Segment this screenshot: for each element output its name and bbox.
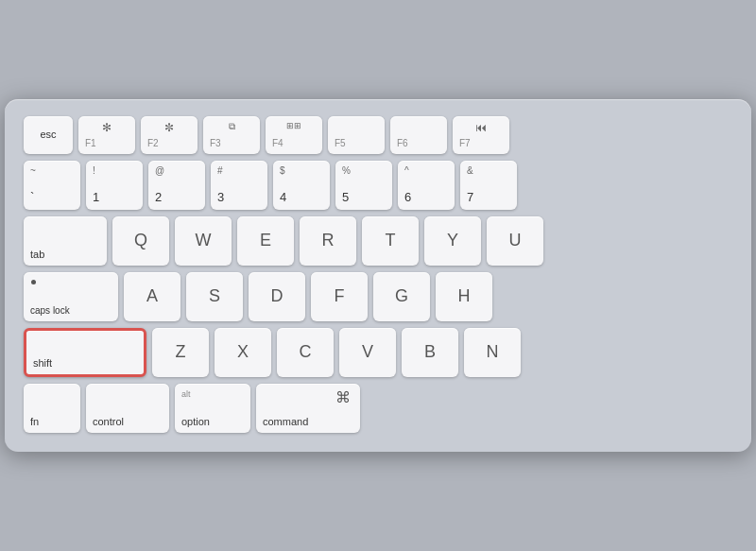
x-label: X: [237, 342, 249, 363]
key-e[interactable]: E: [237, 216, 294, 266]
4-main: 4: [280, 190, 286, 205]
f-label: F: [335, 286, 345, 307]
key-control[interactable]: control: [86, 384, 169, 433]
7-top: &: [467, 165, 473, 177]
key-3[interactable]: # 3: [211, 161, 267, 210]
a-label: A: [146, 286, 158, 307]
tab-label: tab: [30, 249, 44, 261]
6-top: ^: [404, 165, 409, 177]
t-label: T: [386, 231, 396, 251]
key-b[interactable]: B: [402, 328, 458, 377]
key-f4[interactable]: ⊞⊞ F4: [266, 116, 322, 154]
u-label: U: [509, 231, 522, 251]
key-esc[interactable]: esc: [24, 116, 73, 154]
key-f[interactable]: F: [311, 272, 368, 321]
key-f3[interactable]: ⧉ F3: [203, 116, 260, 154]
key-x[interactable]: X: [215, 328, 271, 377]
key-w[interactable]: W: [175, 216, 232, 266]
w-label: W: [196, 231, 212, 251]
f3-icon: ⧉: [229, 121, 235, 132]
f7-label: F7: [459, 138, 471, 149]
key-c[interactable]: C: [277, 328, 334, 377]
7-main: 7: [467, 190, 473, 205]
tilde-top: ~: [30, 165, 36, 177]
e-label: E: [260, 231, 271, 251]
f7-icon: ⏮: [475, 121, 487, 134]
f2-icon: ✼: [164, 121, 174, 134]
key-u[interactable]: U: [487, 216, 543, 266]
key-6[interactable]: ^ 6: [398, 161, 455, 210]
key-2[interactable]: @ 2: [148, 161, 205, 210]
command-label: command: [263, 416, 308, 428]
tilde-main: `: [30, 190, 34, 205]
alt-label: alt: [181, 389, 191, 400]
h-label: H: [458, 286, 471, 307]
key-5[interactable]: % 5: [335, 161, 392, 210]
key-1[interactable]: ! 1: [86, 161, 143, 210]
s-label: S: [209, 286, 220, 307]
bottom-row: fn control alt option ⌘ command: [24, 384, 732, 433]
key-q[interactable]: Q: [112, 216, 169, 266]
f2-label: F2: [147, 138, 159, 149]
control-label: control: [93, 416, 124, 428]
caps-label: caps lock: [30, 305, 70, 317]
key-t[interactable]: T: [362, 216, 419, 266]
key-option[interactable]: alt option: [175, 384, 250, 433]
z-label: Z: [176, 342, 186, 363]
3-main: 3: [217, 190, 224, 205]
key-f7[interactable]: ⏮ F7: [453, 116, 509, 154]
n-label: N: [487, 342, 499, 363]
r-label: R: [322, 231, 335, 251]
2-top: @: [155, 165, 164, 177]
key-d[interactable]: D: [249, 272, 305, 321]
f1-icon: ✻: [102, 121, 112, 134]
y-label: Y: [447, 231, 458, 251]
f4-label: F4: [272, 138, 284, 149]
key-4[interactable]: $ 4: [273, 161, 330, 210]
esc-label: esc: [40, 129, 56, 141]
1-top: !: [93, 165, 95, 177]
b-label: B: [424, 342, 436, 363]
key-7[interactable]: & 7: [460, 161, 517, 210]
zxcv-row: shift Z X C V B N: [24, 328, 732, 377]
2-main: 2: [155, 190, 162, 205]
qwerty-row: tab Q W E R T Y U: [24, 216, 732, 266]
key-g[interactable]: G: [373, 272, 430, 321]
key-f5[interactable]: F5: [328, 116, 385, 154]
key-z[interactable]: Z: [152, 328, 209, 377]
key-s[interactable]: S: [186, 272, 243, 321]
caps-lock-indicator: [31, 280, 36, 284]
1-main: 1: [93, 190, 99, 205]
key-h[interactable]: H: [436, 272, 492, 321]
key-f6[interactable]: F6: [390, 116, 447, 154]
4-top: $: [280, 165, 285, 177]
fn-row: esc ✻ F1 ✼ F2 ⧉ F3 ⊞⊞ F4 F5 F6 ⏮ F7: [24, 116, 732, 154]
key-n[interactable]: N: [464, 328, 521, 377]
f4-icon: ⊞⊞: [286, 121, 301, 131]
command-symbol: ⌘: [335, 388, 351, 406]
6-main: 6: [404, 190, 411, 205]
q-label: Q: [134, 231, 147, 251]
key-tab[interactable]: tab: [24, 216, 107, 266]
key-f2[interactable]: ✼ F2: [141, 116, 198, 154]
number-row: ~ ` ! 1 @ 2 # 3 $ 4 % 5 ^ 6 & 7: [24, 161, 732, 210]
key-caps-lock[interactable]: caps lock: [24, 272, 118, 321]
key-a[interactable]: A: [124, 272, 180, 321]
fn-label: fn: [30, 416, 39, 428]
option-label: option: [181, 416, 210, 428]
5-main: 5: [342, 190, 349, 205]
g-label: G: [395, 286, 408, 307]
key-tilde[interactable]: ~ `: [24, 161, 80, 210]
keyboard: esc ✻ F1 ✼ F2 ⧉ F3 ⊞⊞ F4 F5 F6 ⏮ F7: [5, 99, 751, 452]
key-command[interactable]: ⌘ command: [256, 384, 360, 433]
asdf-row: caps lock A S D F G H: [24, 272, 732, 321]
key-f1[interactable]: ✻ F1: [78, 116, 135, 154]
key-v[interactable]: V: [339, 328, 396, 377]
shift-left-label: shift: [33, 357, 52, 370]
key-shift-left[interactable]: shift: [24, 328, 146, 377]
key-fn[interactable]: fn: [24, 384, 80, 433]
f1-label: F1: [85, 138, 96, 149]
key-r[interactable]: R: [300, 216, 356, 266]
d-label: D: [271, 286, 284, 307]
key-y[interactable]: Y: [424, 216, 481, 266]
